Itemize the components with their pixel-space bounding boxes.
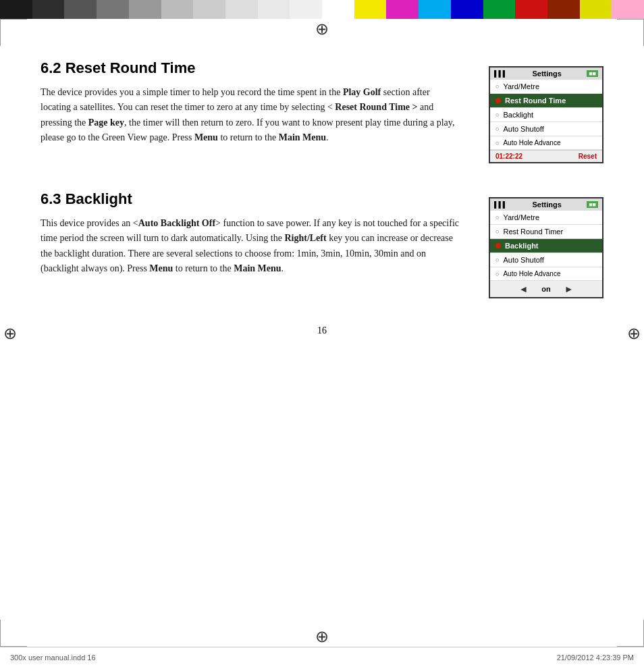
red-dot-2 (495, 243, 501, 248)
device-menu-backlight-2: Backlight (490, 239, 602, 253)
menu-label: Auto Hole Advance (503, 270, 560, 277)
menu-label: Backlight (503, 111, 533, 119)
footer-bar: 300x user manual.indd 16 21/09/2012 4:23… (0, 647, 644, 667)
bullet-1: ○ (495, 83, 499, 90)
menu-label: Auto Shutoff (503, 125, 543, 133)
footer-right: 21/09/2012 4:23:39 PM (557, 653, 634, 662)
left-arrow-icon: ◄ (518, 284, 528, 294)
device-menu-yard-metre-1: ○ Yard/Metre (490, 80, 602, 94)
page-number: 16 (41, 325, 603, 336)
device-title-1: Settings (507, 70, 587, 78)
signal-icon-1: ▌▌▌ (494, 70, 507, 77)
right-arrow-icon: ► (564, 284, 574, 294)
device-menu-rest-round-time: Rest Round Time (490, 94, 602, 108)
footer-left: 300x user manual.indd 16 (10, 653, 96, 662)
device-menu-auto-hole-1: ○ Auto Hole Advance (490, 136, 602, 150)
menu-label: Backlight (505, 242, 539, 250)
bullet-4: ○ (495, 126, 499, 132)
device-header-2: ▌▌▌ Settings ■■ (490, 198, 602, 211)
section-text-1: 6.2 Reset Round Time The device provides… (41, 59, 462, 163)
bullet-3: ○ (495, 111, 499, 118)
device-footer-1: 01:22:22 Reset (490, 150, 602, 162)
device-header-1: ▌▌▌ Settings ■■ (490, 68, 602, 80)
section-backlight: 6.3 Backlight This device provides an <A… (41, 190, 603, 298)
section-body-2: This device provides an <Auto Backlight … (41, 216, 462, 277)
menu-label: Auto Shutoff (503, 256, 543, 264)
section-title-1: 6.2 Reset Round Time (41, 59, 462, 77)
signal-icon-2: ▌▌▌ (494, 201, 507, 208)
device-screen-1: ▌▌▌ Settings ■■ ○ Yard/Metre Rest Round … (489, 66, 603, 163)
menu-label: Rest Round Time (505, 97, 566, 105)
device-menu-backlight-1: ○ Backlight (490, 108, 602, 122)
bullet-2-4: ○ (495, 257, 499, 263)
backlight-value: on (541, 285, 550, 293)
section-body-1: The device provides you a simple timer t… (41, 85, 462, 146)
red-dot-1 (495, 98, 501, 103)
menu-label: Yard/Metre (503, 82, 539, 90)
reset-button: Reset (579, 153, 597, 160)
bullet-2-5: ○ (495, 271, 499, 277)
menu-label: Auto Hole Advance (503, 139, 560, 146)
section-title-2: 6.3 Backlight (41, 190, 462, 208)
device-menu-auto-shutoff-1: ○ Auto Shutoff (490, 122, 602, 136)
bullet-5: ○ (495, 140, 499, 146)
device-menu-auto-shutoff-2: ○ Auto Shutoff (490, 253, 602, 267)
battery-icon-1: ■■ (587, 70, 598, 77)
device-title-2: Settings (507, 201, 587, 209)
page-content: 6.2 Reset Round Time The device provides… (0, 19, 644, 647)
device-footer-nav-2: ◄ on ► (490, 281, 602, 297)
device-menu-yard-metre-2: ○ Yard/Metre (490, 211, 602, 225)
bullet-2-2: ○ (495, 228, 499, 235)
section-text-2: 6.3 Backlight This device provides an <A… (41, 190, 462, 298)
device-screen-2: ▌▌▌ Settings ■■ ○ Yard/Metre ○ Rest Roun… (489, 197, 603, 298)
device-menu-rest-round-timer: ○ Rest Round Timer (490, 225, 602, 239)
menu-label: Yard/Metre (503, 213, 539, 221)
timer-display: 01:22:22 (495, 153, 522, 160)
bullet-2-1: ○ (495, 214, 499, 221)
menu-label: Rest Round Timer (503, 228, 563, 236)
color-bar (0, 0, 644, 19)
section-reset-round-time: 6.2 Reset Round Time The device provides… (41, 59, 603, 163)
battery-icon-2: ■■ (587, 201, 598, 208)
device-menu-auto-hole-2: ○ Auto Hole Advance (490, 267, 602, 281)
